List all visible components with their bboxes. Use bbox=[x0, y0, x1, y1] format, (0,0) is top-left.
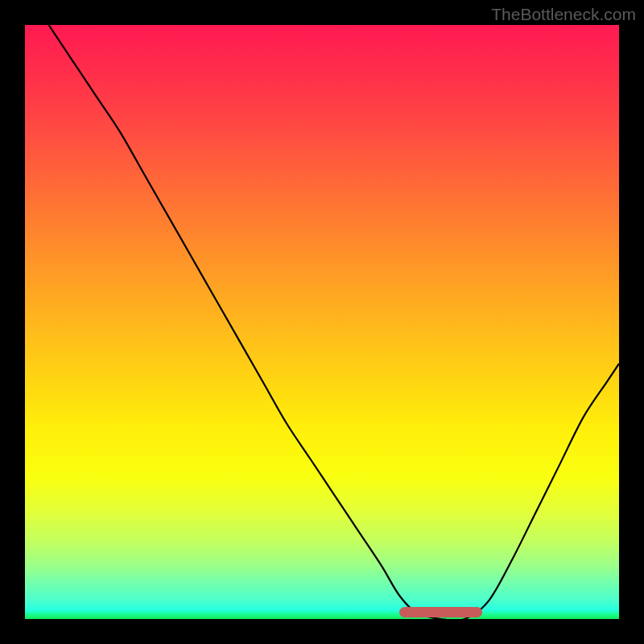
bottleneck-curve bbox=[49, 25, 619, 619]
watermark-text: TheBottleneck.com bbox=[491, 5, 636, 24]
chart-curve-svg bbox=[25, 25, 619, 619]
optimal-range-marker bbox=[399, 607, 482, 617]
chart-plot-area bbox=[25, 25, 619, 619]
